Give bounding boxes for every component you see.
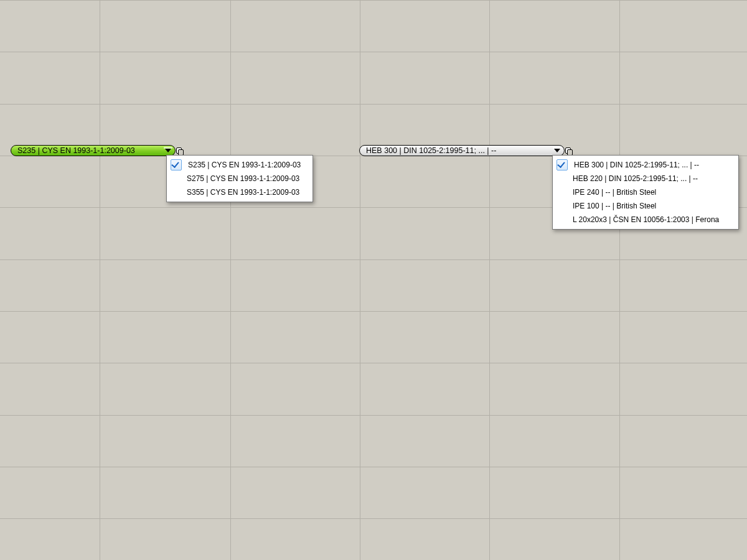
section-dropdown-label: HEB 300 | DIN 1025-2:1995-11; ... | --: [366, 146, 496, 155]
section-option-label: HEB 300 | DIN 1025-2:1995-11; ... | --: [574, 161, 699, 169]
material-option[interactable]: S235 | CYS EN 1993-1-1:2009-03: [167, 158, 312, 172]
check-icon: [557, 159, 568, 170]
section-dropdown-list[interactable]: HEB 300 | DIN 1025-2:1995-11; ... | --HE…: [552, 155, 739, 230]
material-dropdown-label: S235 | CYS EN 1993-1-1:2009-03: [17, 146, 135, 155]
spacer: [557, 187, 566, 197]
chevron-down-icon: [554, 149, 560, 152]
section-option-label: IPE 100 | -- | British Steel: [573, 202, 656, 210]
section-option[interactable]: HEB 300 | DIN 1025-2:1995-11; ... | --: [553, 158, 738, 172]
section-option[interactable]: IPE 240 | -- | British Steel: [553, 185, 738, 199]
section-option[interactable]: HEB 220 | DIN 1025-2:1995-11; ... | --: [553, 172, 738, 185]
material-dropdown-list[interactable]: S235 | CYS EN 1993-1-1:2009-03S275 | CYS…: [166, 155, 313, 202]
spacer: [171, 174, 181, 184]
material-option-label: S275 | CYS EN 1993-1-1:2009-03: [187, 174, 299, 183]
section-option-label: L 20x20x3 | ČSN EN 10056-1:2003 | Ferona: [573, 215, 719, 224]
section-option[interactable]: IPE 100 | -- | British Steel: [553, 199, 738, 213]
material-option[interactable]: S355 | CYS EN 1993-1-1:2009-03: [167, 185, 312, 199]
copy-icon: [565, 147, 573, 155]
canvas-grid: [0, 0, 747, 560]
spacer: [171, 187, 181, 197]
material-option[interactable]: S275 | CYS EN 1993-1-1:2009-03: [167, 172, 312, 185]
material-option-label: S355 | CYS EN 1993-1-1:2009-03: [187, 188, 299, 197]
chevron-down-icon: [165, 149, 171, 152]
section-option-label: IPE 240 | -- | British Steel: [573, 188, 656, 197]
section-option-label: HEB 220 | DIN 1025-2:1995-11; ... | --: [573, 174, 698, 183]
spacer: [557, 174, 566, 184]
copy-icon: [176, 147, 184, 155]
material-option-label: S235 | CYS EN 1993-1-1:2009-03: [188, 161, 301, 169]
material-dropdown[interactable]: S235 | CYS EN 1993-1-1:2009-03: [11, 145, 176, 156]
section-option[interactable]: L 20x20x3 | ČSN EN 10056-1:2003 | Ferona: [553, 213, 738, 226]
section-dropdown[interactable]: HEB 300 | DIN 1025-2:1995-11; ... | --: [359, 145, 565, 156]
spacer: [557, 215, 566, 225]
check-icon: [171, 159, 182, 170]
spacer: [557, 201, 566, 211]
